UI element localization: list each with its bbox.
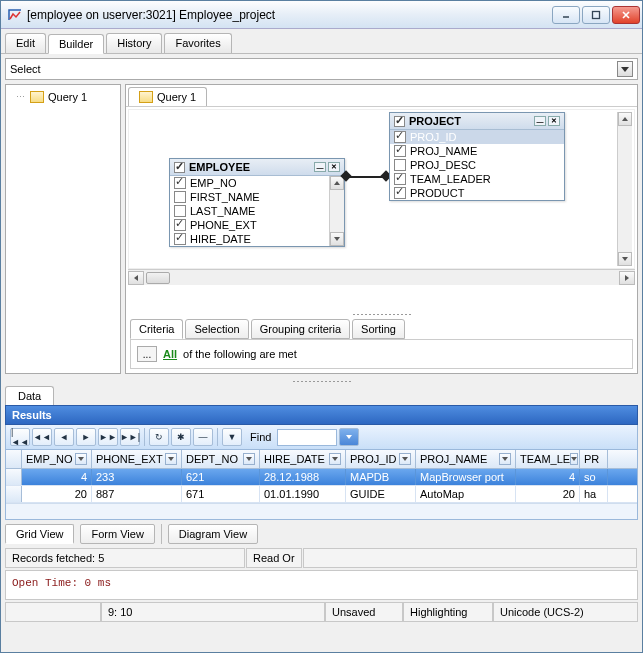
- tab-grouping-criteria[interactable]: Grouping criteria: [251, 319, 350, 339]
- checkbox-icon[interactable]: [394, 173, 406, 185]
- field-last-name[interactable]: LAST_NAME: [170, 204, 344, 218]
- col-proj-name[interactable]: PROJ_NAME: [416, 450, 516, 468]
- new-record-button[interactable]: ✱: [171, 428, 191, 446]
- filter-button[interactable]: ▼: [222, 428, 242, 446]
- col-team-leader[interactable]: TEAM_LE: [516, 450, 580, 468]
- messages-console: Open Time: 0 ms: [5, 570, 638, 600]
- next-page-button[interactable]: ►►: [98, 428, 118, 446]
- close-button[interactable]: [612, 6, 640, 24]
- checkbox-icon[interactable]: [174, 162, 185, 173]
- select-dropdown-button[interactable]: [617, 61, 633, 77]
- entity-minimize-icon[interactable]: —: [314, 162, 326, 172]
- entity-project-header[interactable]: PROJECT — ✕: [390, 113, 564, 130]
- scroll-down-icon[interactable]: [618, 252, 632, 266]
- table-row[interactable]: 20 887 671 01.01.1990 GUIDE AutoMap 20 h…: [6, 486, 637, 503]
- row-selector[interactable]: [6, 486, 22, 502]
- scroll-thumb[interactable]: [146, 272, 170, 284]
- col-dept-no[interactable]: DEPT_NO: [182, 450, 260, 468]
- col-phone-ext[interactable]: PHONE_EXT: [92, 450, 182, 468]
- prev-page-button[interactable]: ◄◄: [32, 428, 52, 446]
- col-proj-id[interactable]: PROJ_ID: [346, 450, 416, 468]
- field-hire-date[interactable]: HIRE_DATE: [170, 232, 344, 246]
- tab-history[interactable]: History: [106, 33, 162, 53]
- entity-minimize-icon[interactable]: —: [534, 116, 546, 126]
- row-selector[interactable]: [6, 469, 22, 485]
- checkbox-icon[interactable]: [174, 177, 186, 189]
- next-record-button[interactable]: ►: [76, 428, 96, 446]
- field-product[interactable]: PRODUCT: [390, 186, 564, 200]
- last-record-button[interactable]: ►►|: [120, 428, 140, 446]
- tab-diagram-view[interactable]: Diagram View: [168, 524, 258, 544]
- toolbar-separator: [217, 428, 218, 446]
- checkbox-icon[interactable]: [174, 219, 186, 231]
- tab-builder[interactable]: Builder: [48, 34, 104, 54]
- field-proj-name[interactable]: PROJ_NAME: [390, 144, 564, 158]
- field-proj-desc[interactable]: PROJ_DESC: [390, 158, 564, 172]
- checkbox-icon[interactable]: [394, 187, 406, 199]
- chevron-down-icon[interactable]: [243, 453, 255, 465]
- field-team-leader[interactable]: TEAM_LEADER: [390, 172, 564, 186]
- tab-favorites[interactable]: Favorites: [164, 33, 231, 53]
- horizontal-splitter[interactable]: [7, 378, 636, 384]
- checkbox-icon[interactable]: [394, 131, 406, 143]
- delete-record-button[interactable]: —: [193, 428, 213, 446]
- checkbox-icon[interactable]: [174, 205, 186, 217]
- checkbox-icon[interactable]: [174, 233, 186, 245]
- find-input[interactable]: [277, 429, 337, 446]
- tree-node-query1[interactable]: ⋯ Query 1: [10, 89, 116, 105]
- col-emp-no[interactable]: EMP_NO: [22, 450, 92, 468]
- chevron-down-icon[interactable]: [165, 453, 177, 465]
- query-icon: [30, 91, 44, 103]
- entity-scrollbar[interactable]: [329, 176, 344, 246]
- tab-edit[interactable]: Edit: [5, 33, 46, 53]
- minimize-button[interactable]: [552, 6, 580, 24]
- criteria-all-link[interactable]: All: [163, 348, 177, 360]
- field-proj-id[interactable]: PROJ_ID: [390, 130, 564, 144]
- chevron-down-icon[interactable]: [399, 453, 411, 465]
- scroll-left-icon[interactable]: [128, 271, 144, 285]
- scroll-right-icon[interactable]: [619, 271, 635, 285]
- chevron-down-icon[interactable]: [570, 453, 578, 465]
- tab-selection[interactable]: Selection: [185, 319, 248, 339]
- tab-criteria[interactable]: Criteria: [130, 319, 183, 339]
- scroll-down-icon[interactable]: [330, 232, 344, 246]
- first-record-button[interactable]: |◄◄: [10, 428, 30, 446]
- field-phone-ext[interactable]: PHONE_EXT: [170, 218, 344, 232]
- design-canvas[interactable]: EMPLOYEE — ✕ EMP_NO FIRST_NAME LAST_NAME…: [128, 109, 635, 269]
- checkbox-icon[interactable]: [394, 116, 405, 127]
- entity-close-icon[interactable]: ✕: [328, 162, 340, 172]
- tab-sorting[interactable]: Sorting: [352, 319, 405, 339]
- tab-data[interactable]: Data: [5, 386, 54, 405]
- entity-close-icon[interactable]: ✕: [548, 116, 560, 126]
- tab-grid-view[interactable]: Grid View: [5, 524, 74, 544]
- entity-employee-header[interactable]: EMPLOYEE — ✕: [170, 159, 344, 176]
- entity-employee[interactable]: EMPLOYEE — ✕ EMP_NO FIRST_NAME LAST_NAME…: [169, 158, 345, 247]
- refresh-button[interactable]: ↻: [149, 428, 169, 446]
- field-first-name[interactable]: FIRST_NAME: [170, 190, 344, 204]
- select-bar[interactable]: Select: [5, 58, 638, 80]
- checkbox-icon[interactable]: [174, 191, 186, 203]
- col-hire-date[interactable]: HIRE_DATE: [260, 450, 346, 468]
- grid-hscrollbar[interactable]: [6, 503, 637, 519]
- tree-connector-icon: ⋯: [16, 92, 26, 102]
- chevron-down-icon[interactable]: [75, 453, 87, 465]
- canvas-vscrollbar[interactable]: [617, 112, 632, 266]
- checkbox-icon[interactable]: [394, 145, 406, 157]
- find-go-button[interactable]: [339, 428, 359, 446]
- table-row[interactable]: 4 233 621 28.12.1988 MAPDB MapBrowser po…: [6, 469, 637, 486]
- col-pr[interactable]: PR: [580, 450, 608, 468]
- entity-project[interactable]: PROJECT — ✕ PROJ_ID PROJ_NAME PROJ_DESC …: [389, 112, 565, 201]
- prev-record-button[interactable]: ◄: [54, 428, 74, 446]
- chevron-down-icon[interactable]: [329, 453, 341, 465]
- criteria-ellipsis-button[interactable]: ...: [137, 346, 157, 362]
- canvas-hscrollbar[interactable]: [128, 269, 635, 285]
- results-toolbar: |◄◄ ◄◄ ◄ ► ►► ►►| ↻ ✱ — ▼ Find: [5, 425, 638, 450]
- tab-form-view[interactable]: Form View: [80, 524, 154, 544]
- field-emp-no[interactable]: EMP_NO: [170, 176, 344, 190]
- checkbox-icon[interactable]: [394, 159, 406, 171]
- criteria-row[interactable]: ... All of the following are met: [137, 346, 626, 362]
- chevron-down-icon[interactable]: [499, 453, 511, 465]
- maximize-button[interactable]: [582, 6, 610, 24]
- scroll-up-icon[interactable]: [618, 112, 632, 126]
- design-tab-query1[interactable]: Query 1: [128, 87, 207, 106]
